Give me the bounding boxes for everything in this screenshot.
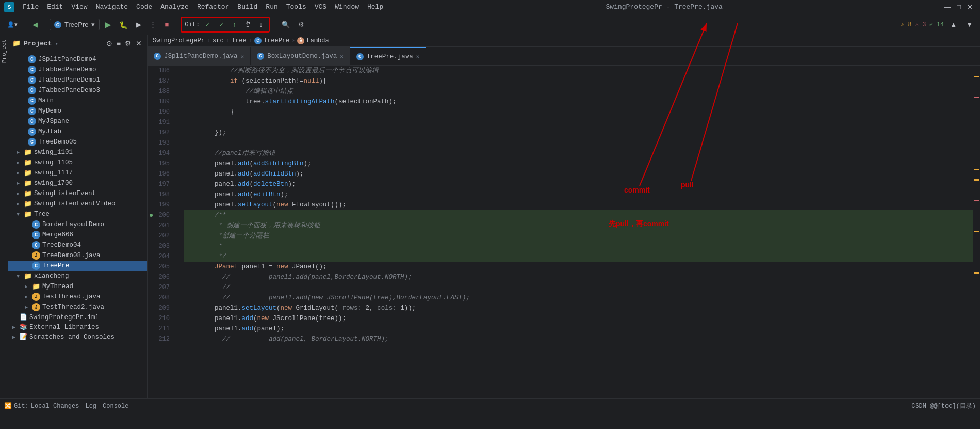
menu-code[interactable]: Code (132, 2, 156, 12)
status-console[interactable]: Console (103, 403, 128, 410)
tab-BoxLayout[interactable]: C BoxLayoutDemo.java ✕ (251, 47, 350, 65)
tree-label: swing_1117 (34, 169, 73, 177)
sidebar-close-btn[interactable]: ✕ (135, 38, 143, 49)
run-with-coverage[interactable]: ▶̈ (133, 19, 144, 30)
tree-item-TreeDemo08[interactable]: J TreeDemo08.java (8, 250, 147, 261)
code-line-197: panel.add(deleteBtn); (184, 179, 973, 189)
tree-item-Tree[interactable]: ▼ 📁 Tree (8, 209, 147, 219)
tree-item-Main[interactable]: C Main (8, 96, 147, 106)
sidebar-sync-btn[interactable]: ⊙ (105, 38, 113, 49)
tree-item-swing_1101[interactable]: ▶ 📁 swing_1101 (8, 147, 147, 157)
breadcrumb-tree[interactable]: Tree (232, 37, 247, 44)
code-cn2: JScrollPane(tree)); (269, 313, 346, 324)
code-editor[interactable]: 186 187 188 189 190 191 192 193 194 195 … (148, 66, 980, 398)
menu-window[interactable]: Window (331, 2, 363, 12)
sidebar-collapse-btn[interactable]: ≡ (116, 38, 122, 49)
code-fn: add (242, 324, 254, 334)
window-maximize[interactable]: □ (954, 1, 964, 13)
tree-item-JTabbedPaneDemo3[interactable]: C JTabbedPaneDemo3 (8, 85, 147, 96)
git-pull-btn[interactable]: ↓ (256, 19, 266, 30)
line-192: 192 (148, 128, 174, 138)
tree-item-JTabbedPaneDemo1[interactable]: C JTabbedPaneDemo1 (8, 75, 147, 85)
tree-item-swing_1117[interactable]: ▶ 📁 swing_1117 (8, 168, 147, 178)
tree-item-TreeDemo04[interactable]: C TreeDemo04 (8, 240, 147, 250)
tree-item-JTabbedPaneDemo[interactable]: C JTabbedPaneDemo (8, 65, 147, 75)
tree-item-MyThread[interactable]: ▶ 📁 MyThread (8, 281, 147, 292)
search-everywhere[interactable]: 🔍 (279, 19, 293, 30)
status-log[interactable]: Log (85, 403, 96, 410)
code-text: //编辑选中结点 (184, 86, 293, 97)
menu-edit[interactable]: Edit (43, 2, 67, 12)
menu-analyze[interactable]: Analyze (156, 2, 193, 12)
menu-refactor[interactable]: Refactor (193, 2, 233, 12)
code-cn: panel. (184, 179, 238, 189)
tab-TreePre[interactable]: C TreePre.java ✕ (350, 47, 427, 65)
window-close[interactable]: ✕ (964, 1, 976, 13)
problems-collapse[interactable]: ▼ (963, 19, 976, 30)
git-history-btn[interactable]: ⏱ (241, 19, 254, 30)
toolbar-profile[interactable]: 👤▾ (4, 19, 21, 30)
settings-btn[interactable]: ⚙ (295, 19, 307, 30)
menu-tools[interactable]: Tools (282, 2, 311, 12)
project-vertical-label[interactable]: Project (0, 35, 8, 67)
tab-JSplitPane[interactable]: C JSplitPaneDemo.java ✕ (148, 47, 251, 65)
git-commit-btn2[interactable]: ✓ (216, 19, 227, 30)
menu-file[interactable]: File (19, 2, 43, 12)
tree-item-xiancheng[interactable]: ▼ 📁 xiancheng (8, 271, 147, 281)
breadcrumb-lambda-icon: λ (297, 37, 304, 44)
arrow-icon: ▶ (17, 149, 24, 155)
tree-item-TreeDemo05[interactable]: C TreeDemo05 (8, 137, 147, 147)
tab-close-box[interactable]: ✕ (340, 53, 344, 60)
breadcrumb: SwingProtegePr › src › Tree › C TreePre … (148, 35, 980, 47)
tab-close-tree[interactable]: ✕ (416, 53, 420, 60)
tree-item-SwingProtegePr-iml[interactable]: 📄 SwingProtegePr.iml (8, 312, 147, 322)
tree-item-swing_1105[interactable]: ▶ 📁 swing_1105 (8, 157, 147, 168)
tree-item-SwingListenEventVideo[interactable]: ▶ 📁 SwingListenEventVideo (8, 199, 147, 209)
tree-item-MyDemo[interactable]: C MyDemo (8, 106, 147, 116)
breadcrumb-src[interactable]: src (213, 37, 224, 44)
tree-item-TestThread[interactable]: ▶ J TestThread.java (8, 292, 147, 302)
tree-item-TestThread2[interactable]: ▶ J TestThread2.java (8, 302, 147, 312)
git-push-btn[interactable]: ↑ (230, 19, 239, 30)
code-line-210: panel1.add(new JScrollPane(tree)); (184, 313, 973, 324)
menu-vcs[interactable]: VCS (311, 2, 331, 12)
stop-button[interactable]: ■ (161, 19, 172, 30)
tree-item-SwingListenEvent[interactable]: ▶ 📁 SwingListenEvent (8, 188, 147, 199)
git-badges: ⚠ 8 ⚠ 3 ✓ 14 ▲ ▼ (901, 19, 976, 30)
tree-item-ExternalLibraries[interactable]: ▶ 📚 External Libraries (8, 322, 147, 332)
sidebar-settings-btn[interactable]: ⚙ (124, 38, 133, 49)
debug-button[interactable]: 🐛 (116, 19, 131, 31)
line-208: 208 (148, 293, 174, 303)
tab-close-split[interactable]: ✕ (241, 53, 244, 60)
tree-label: SwingListenEventVideo (34, 200, 116, 208)
menu-run[interactable]: Run (262, 2, 282, 12)
menu-view[interactable]: View (67, 2, 91, 12)
tree-item-MyJtab[interactable]: C MyJtab (8, 126, 147, 137)
tree-item-JSplitPaneDemo4[interactable]: C JSplitPaneDemo4 (8, 54, 147, 65)
tree-item-ScratchesAndConsoles[interactable]: ▶ 📝 Scratches and Consoles (8, 332, 147, 342)
problems-expand[interactable]: ▲ (947, 19, 960, 30)
tree-item-MyJSpane[interactable]: C MyJSpane (8, 116, 147, 126)
more-run-options[interactable]: ⋮ (146, 19, 159, 30)
breadcrumb-lambda[interactable]: Lambda (306, 37, 329, 44)
menu-build[interactable]: Build (233, 2, 262, 12)
class-icon: C (32, 231, 40, 239)
status-git[interactable]: 🔀 Git: Local Changes (4, 402, 79, 410)
breadcrumb-project[interactable]: SwingProtegePr (153, 37, 205, 44)
breadcrumb-treepre[interactable]: TreePre (264, 37, 289, 44)
toolbar-back[interactable]: ◀ (29, 19, 41, 30)
code-line-194: //panel用来写按钮 (184, 148, 973, 158)
run-config-dropdown[interactable]: C TreePre ▾ (50, 19, 100, 30)
menu-help[interactable]: Help (363, 2, 387, 12)
window-minimize[interactable]: — (941, 1, 954, 13)
menu-navigate[interactable]: Navigate (92, 2, 132, 12)
tree-item-Merge666[interactable]: C Merge666 (8, 230, 147, 240)
run-button[interactable]: ▶ (102, 18, 114, 31)
tree-item-BorderLayoutDemo[interactable]: C BorderLayoutDemo (8, 219, 147, 230)
tree-item-TreePre[interactable]: C TreePre (8, 261, 147, 271)
status-csdn[interactable]: CSDN @@[toc](目录) (911, 402, 976, 410)
git-commit-btn[interactable]: ✓ (202, 19, 214, 30)
tree-item-swing_1700[interactable]: ▶ 📁 swing_1700 (8, 178, 147, 188)
code-content[interactable]: //判断路径不为空，则设置最后一个节点可以编辑 if (selectionPat… (178, 66, 973, 398)
code-line-191 (184, 117, 973, 128)
